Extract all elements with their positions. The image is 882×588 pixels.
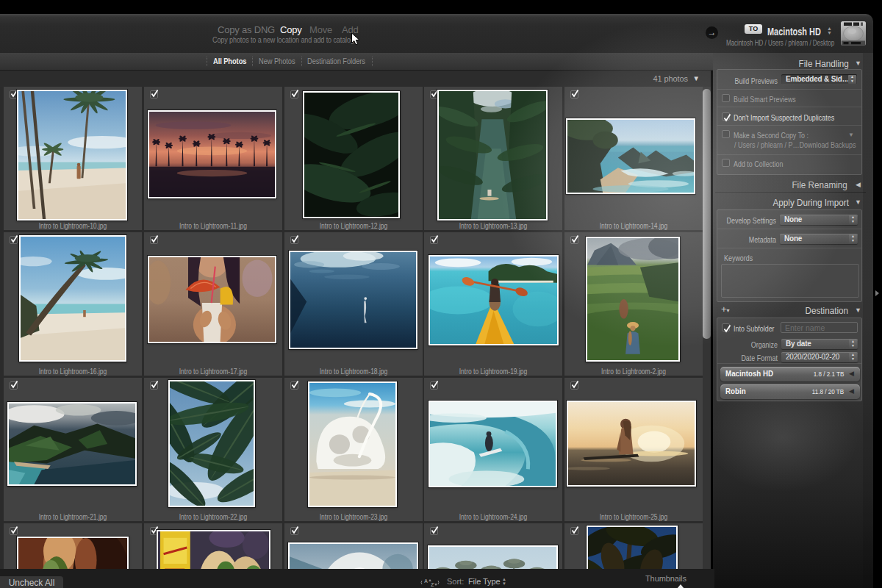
- svg-text:Z: Z: [431, 582, 434, 587]
- svg-text:A: A: [424, 578, 428, 584]
